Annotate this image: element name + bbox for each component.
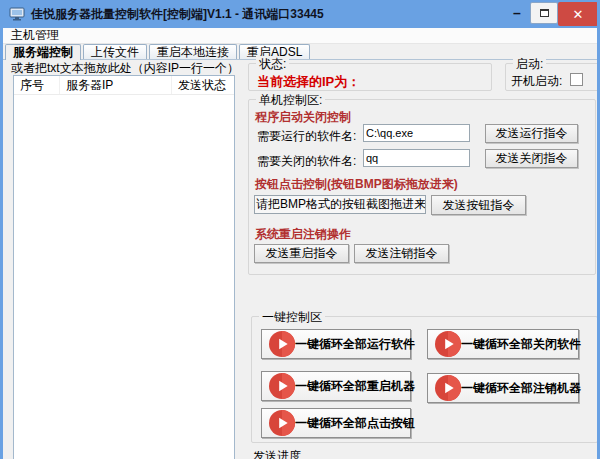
play-icon — [435, 375, 461, 401]
bmp-drop-field[interactable]: 请把BMP格式的按钮截图拖进来 — [254, 195, 426, 214]
tab-server-control[interactable]: 服务端控制 — [5, 44, 81, 60]
send-logout-command-button[interactable]: 发送注销指令 — [354, 244, 449, 263]
current-ip-text: 当前选择的IP为： — [257, 73, 360, 91]
oneclick-close-all-button[interactable]: 一键循环全部关闭软件 — [427, 329, 579, 359]
button-click-header: 按钮点击控制(按钮BMP图标拖放进来) — [255, 176, 458, 193]
maximize-button[interactable] — [530, 2, 558, 24]
program-control-header: 程序启动关闭控制 — [255, 109, 351, 126]
autostart-label: 开机启动: — [511, 73, 562, 90]
oneclick-logout-all-label: 一键循环全部注销机器 — [461, 380, 581, 397]
send-run-command-button[interactable]: 发送运行指令 — [485, 124, 578, 143]
play-icon — [435, 331, 461, 357]
oneclick-run-all-button[interactable]: 一键循环全部运行软件 — [261, 329, 411, 359]
run-software-input[interactable] — [363, 124, 470, 142]
tabstrip: 服务端控制 上传文件 重启本地连接 重启ADSL — [3, 44, 597, 60]
startup-group-title: 启动: — [513, 56, 546, 73]
column-header-index[interactable]: 序号 — [14, 76, 60, 94]
send-progress-label: 发送进度 — [253, 448, 301, 459]
oneclick-run-all-label: 一键循环全部运行软件 — [295, 336, 415, 353]
oneclick-clickbutton-all-label: 一键循环全部点击按钮 — [295, 415, 415, 432]
list-header: 序号 服务器IP 发送状态 — [14, 76, 234, 95]
column-header-server-ip[interactable]: 服务器IP — [60, 76, 172, 94]
send-restart-command-button[interactable]: 发送重启指令 — [254, 244, 349, 263]
status-group-title: 状态: — [256, 56, 289, 73]
status-group: 状态: 当前选择的IP为： — [248, 63, 492, 91]
system-restart-header: 系统重启注销操作 — [255, 226, 351, 243]
send-button-command-button[interactable]: 发送按钮指令 — [431, 195, 526, 215]
titlebar: 佳悦服务器批量控制软件[控制端]V1.1 - 通讯端口33445 – ✕ — [0, 0, 600, 28]
close-button[interactable]: ✕ — [558, 2, 598, 26]
send-close-command-button[interactable]: 发送关闭指令 — [485, 149, 578, 168]
maximize-icon — [540, 9, 549, 17]
play-icon — [269, 373, 295, 399]
app-icon — [9, 7, 25, 21]
menubar: 主机管理 — [3, 28, 597, 44]
oneclick-control-group: 一键控制区 一键循环全部运行软件 一键循环全部关闭软件 一键循 — [251, 316, 598, 443]
oneclick-clickbutton-all-button[interactable]: 一键循环全部点击按钮 — [261, 408, 411, 438]
window-controls: – ✕ — [504, 2, 598, 26]
oneclick-group-title: 一键控制区 — [259, 309, 325, 326]
tab-upload-file[interactable]: 上传文件 — [83, 44, 147, 59]
minimize-button[interactable]: – — [504, 2, 530, 24]
tab-restart-local-connection[interactable]: 重启本地连接 — [149, 44, 237, 59]
run-software-label: 需要运行的软件名: — [257, 128, 356, 145]
autostart-checkbox[interactable] — [570, 73, 583, 86]
close-software-label: 需要关闭的软件名: — [257, 153, 356, 170]
startup-group: 启动: 开机启动: — [505, 63, 599, 91]
window-title: 佳悦服务器批量控制软件[控制端]V1.1 - 通讯端口33445 — [31, 6, 324, 23]
close-software-input[interactable] — [363, 149, 470, 167]
app-window: 佳悦服务器批量控制软件[控制端]V1.1 - 通讯端口33445 – ✕ 主机管… — [0, 0, 600, 459]
column-header-send-status[interactable]: 发送状态 — [172, 76, 234, 94]
oneclick-logout-all-button[interactable]: 一键循环全部注销机器 — [427, 373, 579, 403]
menu-item-host-management[interactable]: 主机管理 — [3, 28, 67, 43]
single-control-group: 单机控制区: 程序启动关闭控制 需要运行的软件名: 发送运行指令 需要关闭的软件… — [248, 99, 596, 275]
play-icon — [269, 410, 295, 436]
play-icon — [269, 331, 295, 357]
server-ip-list[interactable]: 序号 服务器IP 发送状态 — [13, 75, 235, 459]
single-control-group-title: 单机控制区: — [256, 92, 325, 109]
oneclick-restart-all-button[interactable]: 一键循环全部重启机器 — [261, 371, 411, 401]
oneclick-restart-all-label: 一键循环全部重启机器 — [295, 378, 415, 395]
oneclick-close-all-label: 一键循环全部关闭软件 — [461, 336, 581, 353]
